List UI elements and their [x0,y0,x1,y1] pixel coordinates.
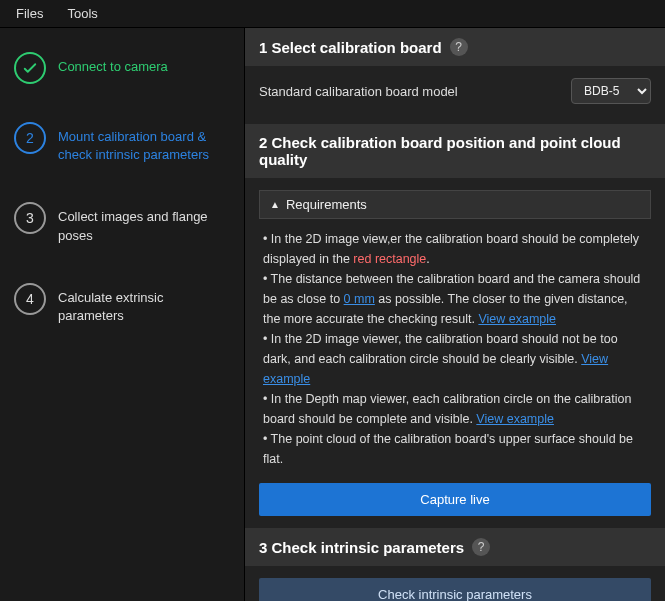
sidebar: Connect to camera 2 Mount calibration bo… [0,28,245,601]
section3-title: 3 Check intrinsic parameters [259,539,464,556]
req-bullet-2: • The distance between the calibration b… [263,269,647,329]
step-circle-4: 4 [14,283,46,315]
req-text: • In the 2D image viewer, the calibratio… [263,332,618,366]
menubar: Files Tools [0,0,665,28]
req-text: . [426,252,429,266]
requirements-label: Requirements [286,197,367,212]
caret-up-icon: ▲ [270,199,280,210]
req-bullet-3: • In the 2D image viewer, the calibratio… [263,329,647,389]
section3-body: Check intrinsic parameters No result yet… [245,566,665,601]
req-bullet-1: • In the 2D image view,er the calibratio… [263,229,647,269]
help-icon[interactable]: ? [450,38,468,56]
requirements-toggle[interactable]: ▲ Requirements [259,190,651,219]
step-label: Mount calibration board & check intrinsi… [58,122,223,164]
help-icon[interactable]: ? [472,538,490,556]
section2-title: 2 Check calibration board position and p… [259,134,651,168]
step-circle-2: 2 [14,122,46,154]
req-bullet-5: • The point cloud of the calibration boa… [263,429,647,469]
view-example-link[interactable]: View example [478,312,556,326]
board-model-row: Standard calibaration board model BDB-5 [259,78,651,104]
check-intrinsic-button[interactable]: Check intrinsic parameters [259,578,651,601]
distance-link[interactable]: 0 mm [344,292,375,306]
section1-title: 1 Select calibration board [259,39,442,56]
check-icon [21,59,39,77]
menu-tools[interactable]: Tools [55,2,109,25]
content-panel: 1 Select calibration board ? Standard ca… [245,28,665,601]
view-example-link[interactable]: View example [476,412,554,426]
section3-header: 3 Check intrinsic parameters ? [245,528,665,566]
section1-body: Standard calibaration board model BDB-5 [245,66,665,124]
red-rectangle-text: red rectangle [353,252,426,266]
req-text: • In the 2D image view,er the calibratio… [263,232,639,266]
step-circle-done [14,52,46,84]
section2-body: ▲ Requirements • In the 2D image view,er… [245,178,665,528]
section1-header: 1 Select calibration board ? [245,28,665,66]
menu-files[interactable]: Files [4,2,55,25]
step-circle-3: 3 [14,202,46,234]
board-model-select[interactable]: BDB-5 [571,78,651,104]
step-connect-camera[interactable]: Connect to camera [10,48,234,88]
capture-live-button[interactable]: Capture live [259,483,651,516]
board-model-label: Standard calibaration board model [259,84,458,99]
req-bullet-4: • In the Depth map viewer, each calibrat… [263,389,647,429]
requirements-body: • In the 2D image view,er the calibratio… [259,229,651,469]
step-mount-board[interactable]: 2 Mount calibration board & check intrin… [10,118,234,168]
main-layout: Connect to camera 2 Mount calibration bo… [0,28,665,601]
step-label: Collect images and flange poses [58,202,223,244]
step-collect-images[interactable]: 3 Collect images and flange poses [10,198,234,248]
step-label: Calculate extrinsic parameters [58,283,223,325]
step-label: Connect to camera [58,52,168,76]
req-text: • In the Depth map viewer, each calibrat… [263,392,631,426]
section2-header: 2 Check calibration board position and p… [245,124,665,178]
step-calculate-extrinsic[interactable]: 4 Calculate extrinsic parameters [10,279,234,329]
